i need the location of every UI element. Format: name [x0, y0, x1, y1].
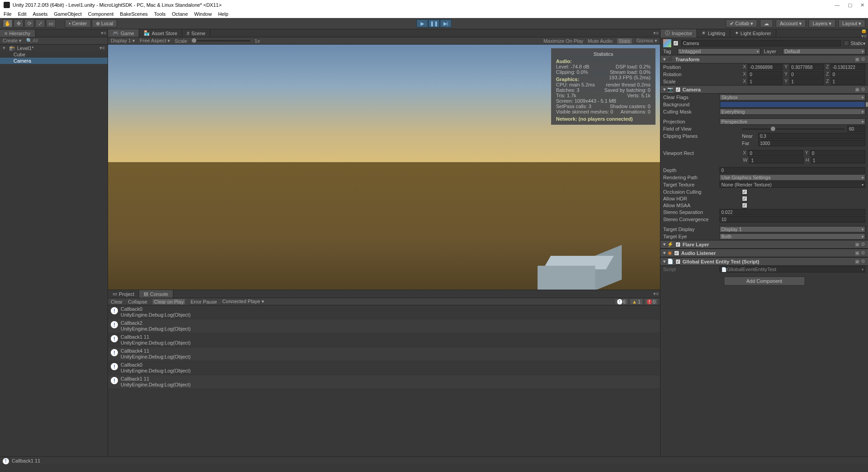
- layers-button[interactable]: Layers ▾: [809, 19, 836, 27]
- transform-component-header[interactable]: ▾ ⬛ Transform▣⚙: [660, 55, 868, 64]
- menu-component[interactable]: Component: [88, 11, 113, 17]
- menu-tools[interactable]: Tools: [154, 11, 166, 17]
- tab-light-explorer[interactable]: ✦Light Explorer: [730, 29, 776, 37]
- vrect-y-field[interactable]: [810, 150, 865, 156]
- fov-slider[interactable]: [742, 128, 845, 130]
- search-input[interactable]: 🔍All: [26, 38, 105, 44]
- static-checkbox[interactable]: [844, 41, 849, 46]
- scl-z-field[interactable]: [831, 78, 865, 85]
- help-icon[interactable]: ▣: [855, 250, 859, 256]
- warn-count[interactable]: ▲1: [630, 299, 642, 304]
- audio-listener-checkbox[interactable]: ✓: [674, 250, 679, 256]
- script-field[interactable]: 📄 GllobalEventEntityTest: [719, 266, 865, 272]
- collapse-toggle[interactable]: Collapse: [128, 299, 147, 304]
- clear-flags-dropdown[interactable]: Skybox: [719, 94, 865, 100]
- menu-edit[interactable]: Edit: [18, 11, 27, 17]
- scl-y-field[interactable]: [790, 78, 824, 85]
- aspect-dropdown[interactable]: Free Aspect ▾: [140, 38, 170, 44]
- tag-dropdown[interactable]: Untagged: [678, 48, 760, 54]
- console-entry[interactable]: !Callback0UnityEngine.Debug:Log(Object): [108, 305, 660, 319]
- clear-button[interactable]: Clear: [111, 299, 122, 304]
- rendering-path-dropdown[interactable]: Use Graphics Settings: [719, 174, 865, 181]
- panel-options-icon[interactable]: ▾≡: [652, 30, 660, 36]
- play-button[interactable]: ▶: [416, 19, 428, 27]
- depth-field[interactable]: [719, 167, 865, 173]
- create-dropdown[interactable]: Create ▾: [3, 38, 22, 44]
- name-field[interactable]: [681, 40, 841, 46]
- scale-tool-icon[interactable]: ⤢: [35, 19, 45, 27]
- camera-component-header[interactable]: ▾ 📷 ✓ Camera▣⚙: [660, 85, 868, 94]
- tab-console[interactable]: ▤ Console: [139, 290, 173, 298]
- pos-y-field[interactable]: [790, 64, 824, 70]
- hand-tool-icon[interactable]: ✋: [3, 19, 13, 27]
- tab-lighting[interactable]: ☀ Lighting: [697, 29, 730, 37]
- hdr-checkbox[interactable]: ✓: [742, 196, 747, 201]
- msaa-checkbox[interactable]: ✓: [742, 203, 747, 208]
- pivot-center-button[interactable]: ▪Center: [65, 19, 91, 27]
- scale-slider[interactable]: [192, 40, 250, 41]
- tab-scene[interactable]: # Scene: [182, 30, 210, 37]
- console-entry[interactable]: !Callback1 11UnityEngine.Debug:Log(Objec…: [108, 375, 660, 389]
- gear-icon[interactable]: ⚙: [861, 86, 865, 92]
- move-tool-icon[interactable]: ✥: [14, 19, 23, 27]
- scl-x-field[interactable]: [748, 78, 782, 85]
- rot-x-field[interactable]: [748, 71, 782, 77]
- target-display-dropdown[interactable]: Display 1: [719, 226, 865, 232]
- add-component-button[interactable]: Add Component: [724, 277, 805, 286]
- camera-enabled-checkbox[interactable]: ✓: [675, 87, 681, 92]
- maximize-toggle[interactable]: Maximize On Play: [543, 38, 583, 44]
- vrect-w-field[interactable]: [749, 157, 804, 163]
- account-button[interactable]: Account ▾: [776, 19, 806, 27]
- rotate-tool-icon[interactable]: ⟳: [24, 19, 34, 27]
- rect-tool-icon[interactable]: ▭: [46, 19, 56, 27]
- tab-project[interactable]: ▭ Project: [108, 290, 139, 298]
- panel-options-icon[interactable]: ▾≡: [652, 291, 660, 297]
- stats-toggle[interactable]: Stats: [617, 38, 632, 44]
- stereo-sep-field[interactable]: [719, 209, 865, 215]
- gizmos-toggle[interactable]: Gizmos ▾: [637, 38, 657, 44]
- console-entry[interactable]: !Callback4 11UnityEngine.Debug:Log(Objec…: [108, 347, 660, 361]
- projection-dropdown[interactable]: Perspective: [719, 118, 865, 125]
- hierarchy-item-cube[interactable]: Cube: [0, 51, 108, 58]
- pivot-local-button[interactable]: ⊕Local: [92, 19, 117, 27]
- audio-listener-header[interactable]: ▾ ◉ ✓ Audio Listener▣⚙: [660, 249, 868, 257]
- console-entry[interactable]: !Callback1 11UnityEngine.Debug:Log(Objec…: [108, 333, 660, 347]
- maximize-icon[interactable]: ▢: [848, 2, 852, 8]
- help-icon[interactable]: ▣: [855, 56, 859, 62]
- layout-button[interactable]: Layout ▾: [838, 19, 865, 27]
- rot-z-field[interactable]: [831, 71, 865, 77]
- flare-layer-header[interactable]: ▾ ⚡ ✓ Flare Layer▣⚙: [660, 240, 868, 249]
- pause-button[interactable]: ❚❚: [428, 19, 440, 27]
- panel-options-icon[interactable]: 🔒 ▾≡: [860, 29, 868, 39]
- scene-root[interactable]: ▾🕋 Level1*▾≡: [0, 45, 108, 51]
- display-dropdown[interactable]: Display 1 ▾: [111, 38, 135, 44]
- menu-octane[interactable]: Octane: [172, 11, 188, 17]
- help-icon[interactable]: ▣: [855, 259, 859, 264]
- step-button[interactable]: ▶|: [440, 19, 452, 27]
- help-icon[interactable]: ▣: [855, 86, 859, 92]
- gear-icon[interactable]: ⚙: [861, 56, 865, 62]
- layer-dropdown[interactable]: Default: [783, 48, 866, 54]
- flare-enabled-checkbox[interactable]: ✓: [675, 242, 681, 247]
- menu-bakescenes[interactable]: BakeScenes: [120, 11, 148, 17]
- pos-z-field[interactable]: [831, 64, 865, 70]
- cloud-icon[interactable]: ☁: [760, 19, 773, 27]
- menu-window[interactable]: Window: [194, 11, 212, 17]
- tab-inspector[interactable]: ⓘ Inspector: [660, 29, 697, 37]
- gear-icon[interactable]: ⚙: [861, 250, 865, 256]
- tab-hierarchy[interactable]: ≡ Hierarchy: [0, 30, 36, 37]
- tab-game[interactable]: 🎮 Game: [108, 29, 139, 37]
- vrect-x-field[interactable]: [748, 150, 803, 156]
- gear-icon[interactable]: ⚙: [861, 259, 865, 264]
- clear-on-play-toggle[interactable]: Clear on Play: [153, 299, 185, 304]
- collab-button[interactable]: ✔ Collab ▾: [726, 19, 757, 27]
- panel-options-icon[interactable]: ▾≡: [99, 30, 108, 36]
- console-entry[interactable]: !Callback0UnityEngine.Debug:Log(Object): [108, 361, 660, 375]
- help-icon[interactable]: ▣: [855, 241, 859, 247]
- target-texture-field[interactable]: None (Render Texture): [719, 182, 865, 188]
- mute-toggle[interactable]: Mute Audio: [588, 38, 613, 44]
- error-pause-toggle[interactable]: Error Pause: [190, 299, 217, 304]
- tab-asset-store[interactable]: 🏪 Asset Store: [139, 29, 182, 37]
- occlusion-checkbox[interactable]: ✓: [742, 189, 747, 195]
- close-icon[interactable]: ✕: [860, 2, 864, 8]
